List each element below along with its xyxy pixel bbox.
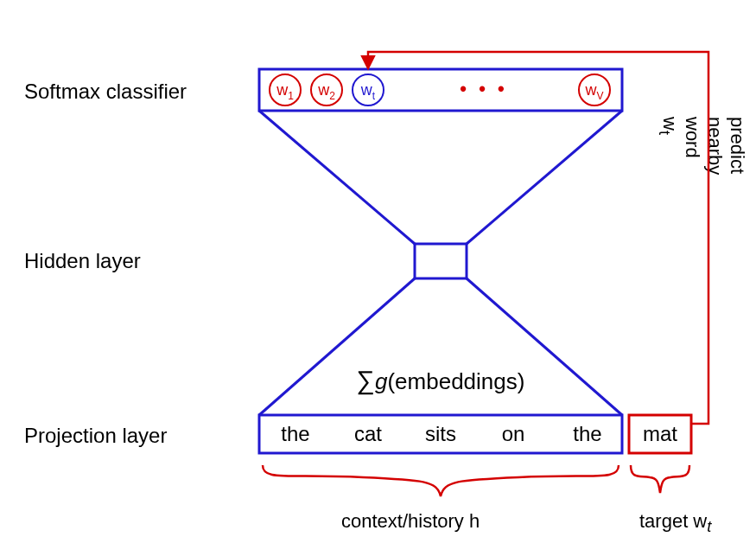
projection-word-0: the — [281, 422, 309, 445]
funnel-top-right — [467, 111, 622, 244]
projection-word-3: on — [502, 422, 525, 445]
projection-word-2: sits — [425, 422, 456, 445]
softmax-ellipsis: • • • — [460, 78, 507, 99]
projection-word-1: cat — [354, 422, 382, 445]
nn-diagram: w1 w2 wt • • • wV ∑g(embeddings) the cat… — [0, 0, 756, 556]
softmax-token-wv: wV — [584, 81, 603, 102]
projection-word-4: the — [573, 422, 601, 445]
softmax-token-w1: w1 — [276, 81, 294, 102]
context-brace — [263, 465, 619, 496]
hidden-box — [415, 244, 467, 278]
funnel-bot-left — [259, 278, 415, 415]
target-brace — [631, 465, 689, 493]
softmax-box — [259, 69, 622, 111]
softmax-token-wt: wt — [360, 81, 376, 102]
softmax-token-w2: w2 — [317, 81, 335, 102]
embedding-formula: ∑g(embeddings) — [357, 366, 525, 395]
softmax-tokens: w1 w2 wt • • • wV — [270, 74, 610, 105]
funnel-top-left — [259, 111, 415, 244]
target-word: mat — [643, 422, 677, 445]
funnel-bot-right — [467, 278, 622, 415]
